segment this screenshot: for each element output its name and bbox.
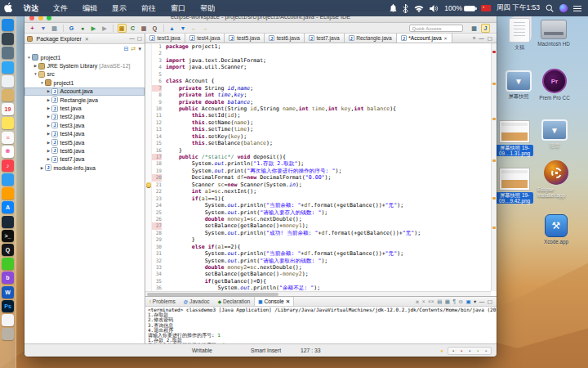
music-icon[interactable]: ♪: [2, 159, 14, 172]
editor-tab-Rectangle.java[interactable]: JRectangle.java: [345, 34, 397, 43]
console-tab-javadoc[interactable]: @Javadoc: [180, 297, 214, 306]
menu-item-4[interactable]: 前往: [134, 0, 163, 16]
volume-icon[interactable]: [430, 5, 439, 12]
word-wrap-icon[interactable]: ¶: [452, 298, 456, 304]
books-icon[interactable]: [2, 187, 14, 200]
maximize-icon[interactable]: ▢: [488, 298, 492, 305]
editor-tab-test7.java[interactable]: Jtest7.java: [305, 34, 345, 43]
spotlight-icon[interactable]: [546, 4, 554, 12]
console-output[interactable]: <terminated> classdemo3 [Java Applicatio…: [145, 307, 497, 343]
notes-icon[interactable]: [2, 117, 14, 129]
new-wizard-icon[interactable]: +: [28, 24, 37, 33]
run-external-icon[interactable]: ▶: [100, 24, 109, 33]
forward-icon[interactable]: →: [201, 24, 210, 33]
terminate-icon[interactable]: ■: [416, 298, 419, 304]
collapsed-arrow-icon[interactable]: ▶: [46, 141, 51, 145]
bell-icon[interactable]: [390, 4, 397, 12]
collapsed-arrow-icon[interactable]: ▶: [46, 114, 51, 119]
menu-item-0[interactable]: 访达: [16, 0, 46, 16]
maximize-editor-icon[interactable]: ▢: [488, 35, 492, 42]
collapsed-arrow-icon[interactable]: ▶: [39, 166, 45, 170]
editor-tab-test5.java[interactable]: Jtest5.java: [225, 34, 265, 43]
collapsed-arrow-icon[interactable]: ▶: [46, 89, 51, 93]
back-icon[interactable]: ←: [189, 24, 198, 33]
java-status-icon[interactable]: ▪: [450, 348, 457, 354]
ruler-mark[interactable]: [492, 227, 496, 229]
siri-icon[interactable]: [559, 4, 568, 12]
tree-item-Accountjava[interactable]: ▶JAccount.java: [24, 88, 145, 96]
sync-icon[interactable]: ▪: [474, 348, 481, 354]
calendar-icon[interactable]: 19: [2, 103, 14, 115]
wifi-icon[interactable]: [414, 5, 424, 12]
app-store-icon[interactable]: A: [2, 201, 14, 213]
close-tab-icon[interactable]: ✕: [443, 36, 448, 41]
tree-item-testjava[interactable]: ▶Jtest.java: [24, 104, 145, 112]
desktop-icon-screenshot-2[interactable]: 屏幕快照 19-09…9.42.png: [496, 168, 533, 206]
textedit-icon[interactable]: [2, 314, 14, 326]
progress-icon[interactable]: ▪: [483, 348, 489, 354]
open-perspective-icon[interactable]: ▦: [470, 24, 479, 33]
apple-menu-icon[interactable]: [0, 2, 16, 14]
ruler-mark[interactable]: [492, 159, 496, 162]
overview-ruler[interactable]: [491, 43, 497, 291]
collapsed-arrow-icon[interactable]: ▶: [46, 132, 51, 136]
photos-icon[interactable]: ❀: [2, 146, 14, 158]
package-explorer-view-tab[interactable]: Package Explorer ✕: [27, 36, 89, 42]
expanded-arrow-icon[interactable]: ▼: [39, 81, 45, 85]
tasks-icon[interactable]: ▪: [466, 348, 473, 354]
siri-icon[interactable]: [2, 33, 14, 45]
open-type-icon[interactable]: G: [67, 24, 76, 33]
terminal-icon[interactable]: >_: [2, 230, 14, 242]
photoshop-icon[interactable]: Ps: [2, 300, 14, 312]
input-language-flag-icon[interactable]: [481, 5, 491, 11]
pin-console-icon[interactable]: ⊙: [458, 298, 462, 305]
launchpad-icon[interactable]: [2, 47, 14, 59]
collapsed-arrow-icon[interactable]: ▶: [46, 106, 51, 110]
quickfix-bulb-icon[interactable]: [146, 182, 151, 187]
save-icon[interactable]: ▼: [39, 24, 48, 33]
next-annotation-icon[interactable]: ▼: [179, 24, 188, 33]
java-perspective-icon[interactable]: J: [481, 24, 490, 33]
new-package-icon[interactable]: ▦: [140, 24, 149, 33]
tree-item-JRESystemLibrary[interactable]: ▶JRE System Library[JavaSE-12]: [24, 61, 145, 70]
collapse-all-icon[interactable]: ⊟: [124, 46, 129, 52]
ruler-mark[interactable]: [492, 51, 496, 53]
console-tab-console[interactable]: ▣Console✕: [254, 297, 294, 306]
debug-icon[interactable]: ●: [78, 24, 87, 33]
qq-icon[interactable]: Q: [2, 244, 14, 256]
remove-all-icon[interactable]: ××: [428, 298, 434, 304]
minimize-view-icon[interactable]: —: [129, 35, 135, 42]
desktop-icon-prem-pro[interactable]: PrPrem Pro CC: [536, 69, 573, 101]
tab-overflow-icon[interactable]: »: [473, 35, 476, 41]
tree-item-test7java[interactable]: ▶Jtest7.java: [24, 155, 145, 164]
steam-icon[interactable]: [2, 216, 14, 228]
collapsed-arrow-icon[interactable]: ▶: [33, 64, 38, 68]
console-tab-problems[interactable]: !Problems: [145, 297, 180, 306]
show-stdout-icon[interactable]: ▣: [466, 298, 470, 305]
editor-tab-test6.java[interactable]: Jtest6.java: [265, 34, 305, 43]
menu-bar-clock[interactable]: 周四 下午1:53: [497, 3, 540, 13]
wechat-icon[interactable]: [2, 258, 14, 270]
code-editor[interactable]: 1234567891011121314151617181920212223242…: [145, 43, 497, 291]
close-console-tab-icon[interactable]: ✕: [286, 298, 291, 305]
desktop-icon-screenshot-1[interactable]: 屏幕快照 19-09…1.31.png: [496, 121, 533, 159]
clear-console-icon[interactable]: ▤: [437, 298, 442, 305]
close-view-icon[interactable]: ✕: [85, 36, 89, 42]
tree-item-module-infojava[interactable]: ▶Jmodule-info.java: [24, 164, 145, 172]
menu-item-3[interactable]: 显示: [105, 0, 134, 16]
editor-tab-Account.java[interactable]: J*Account.java✕: [397, 34, 452, 43]
prev-annotation-icon[interactable]: ▲: [167, 24, 176, 33]
error-log-icon[interactable]: ▪: [458, 348, 465, 354]
desktop-icon-xcode[interactable]: ⚒Xcode.app: [537, 214, 575, 245]
smart-lamp-icon[interactable]: ●: [439, 348, 445, 354]
tree-item-test3java[interactable]: ▶Jtest3.java: [24, 121, 145, 129]
new-class-icon[interactable]: C: [128, 24, 137, 33]
menu-item-6[interactable]: 帮助: [193, 0, 222, 16]
expanded-arrow-icon[interactable]: ▼: [26, 56, 32, 60]
tree-item-src[interactable]: ▼src: [24, 70, 145, 79]
editor-tab-test4.java[interactable]: Jtest4.java: [185, 34, 225, 43]
console-tab-declaration[interactable]: ◆Declaration: [214, 297, 255, 306]
tree-item-project1[interactable]: ▼project1: [24, 79, 145, 87]
finder-icon[interactable]: [2, 19, 14, 31]
folder-icon[interactable]: [2, 89, 14, 101]
